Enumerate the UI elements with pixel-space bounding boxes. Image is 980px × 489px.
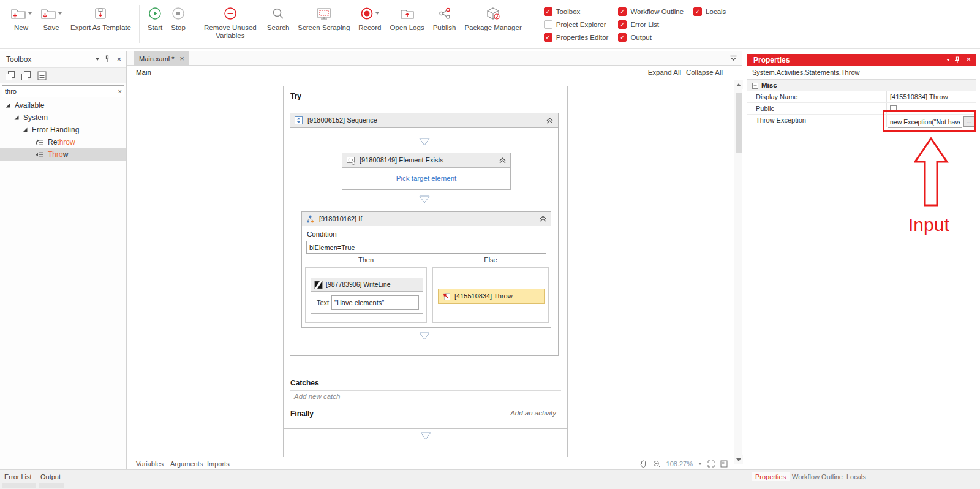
collapse-all-link[interactable]: Collapse All — [686, 69, 723, 76]
writeline-activity[interactable]: [987783906] WriteLine Text — [311, 278, 423, 314]
toolbox-dropdown-icon[interactable] — [96, 58, 99, 61]
element-exists-header[interactable]: [918008149] Element Exists — [342, 153, 510, 168]
tab-main-xaml[interactable]: Main.xaml * — [134, 51, 189, 66]
zoom-level-value[interactable]: 108.27% — [666, 460, 693, 468]
properties-bottom-tab[interactable]: Properties — [752, 472, 790, 481]
tree-node-available[interactable]: Available — [0, 99, 126, 112]
output-checkbox[interactable] — [618, 33, 627, 42]
add-an-activity-link[interactable]: Add an activity — [510, 409, 556, 417]
if-header[interactable]: [918010162] If — [302, 212, 551, 226]
collapse-section-icon[interactable] — [752, 83, 758, 89]
export-as-template-button[interactable]: Export As Template — [66, 4, 135, 33]
throw-title: [415510834] Throw — [454, 292, 513, 300]
toolbox-close-icon[interactable] — [116, 56, 121, 63]
pick-target-element-link[interactable]: Pick target element — [342, 168, 510, 189]
sequence-activity[interactable]: [918006152] Sequence — [290, 113, 559, 356]
pan-hand-icon[interactable] — [639, 460, 647, 468]
add-new-catch-link[interactable]: Add new catch — [294, 393, 340, 400]
writeline-header[interactable]: [987783906] WriteLine — [311, 278, 423, 292]
scroll-down-button[interactable] — [734, 455, 743, 464]
overview-map-icon[interactable] — [720, 460, 728, 468]
scroll-up-button[interactable] — [734, 80, 743, 89]
tab-close-icon[interactable] — [179, 56, 184, 62]
collapse-chevron-icon[interactable] — [540, 216, 546, 222]
zoom-out-icon[interactable] — [653, 460, 661, 468]
condition-input[interactable] — [306, 241, 546, 254]
toolbox-pin-icon[interactable] — [104, 55, 110, 63]
scrollbar-thumb[interactable] — [736, 93, 742, 153]
error-list-tab[interactable]: Error List — [4, 473, 32, 480]
output-tab-body[interactable] — [39, 483, 64, 488]
collapse-chevron-icon[interactable] — [499, 157, 506, 164]
project-explorer-checkbox[interactable] — [544, 20, 552, 29]
expander-icon[interactable] — [23, 127, 28, 132]
publish-button[interactable]: Publish — [429, 4, 461, 33]
list-view-icon[interactable] — [37, 70, 47, 81]
workflow-outline-bottom-tab[interactable]: Workflow Outline — [792, 473, 843, 480]
if-activity[interactable]: [918010162] If Condition Then Else — [301, 211, 551, 328]
tree-node-error-handling[interactable]: Error Handling — [0, 124, 126, 136]
then-branch-container[interactable]: [987783906] WriteLine Text — [305, 267, 427, 323]
stop-button[interactable]: Stop — [167, 4, 190, 33]
save-dropdown-icon[interactable] — [58, 12, 62, 15]
display-name-value[interactable]: [415510834] Throw — [890, 91, 948, 103]
misc-section-row[interactable]: Misc — [747, 80, 976, 91]
screen-scraping-button[interactable]: Screen Scraping — [293, 4, 354, 33]
canvas-vertical-scrollbar[interactable] — [734, 80, 742, 464]
workflow-outline-checkbox[interactable] — [618, 7, 627, 16]
imports-tab[interactable]: Imports — [207, 460, 230, 468]
new-button[interactable]: New — [6, 4, 36, 33]
output-tab[interactable]: Output — [40, 473, 61, 480]
collapse-all-groups-icon[interactable] — [21, 70, 31, 81]
save-button[interactable]: Save — [36, 4, 66, 33]
zoom-dropdown-icon[interactable] — [698, 463, 702, 465]
sequence-header[interactable]: [918006152] Sequence — [290, 113, 558, 128]
toolbox-search-input[interactable] — [2, 85, 124, 97]
properties-editor-checkbox[interactable] — [544, 33, 552, 42]
properties-dropdown-icon[interactable] — [946, 59, 950, 61]
fit-to-screen-icon[interactable] — [707, 460, 715, 468]
record-dropdown-icon[interactable] — [375, 12, 379, 15]
element-exists-activity[interactable]: [918008149] Element Exists Pick target e… — [342, 153, 511, 190]
remove-unused-variables-button[interactable]: Remove Unused Variables — [198, 4, 263, 41]
search-button[interactable]: Search — [263, 4, 293, 33]
search-clear-icon[interactable] — [118, 88, 122, 94]
toggle-workflow-outline[interactable]: Workflow Outline — [618, 7, 684, 16]
tree-item-rethrow[interactable]: Rethrow — [0, 136, 126, 148]
expander-icon[interactable] — [6, 103, 10, 108]
toggle-toolbox[interactable]: Toolbox — [544, 7, 609, 16]
open-logs-button[interactable]: Open Logs — [385, 4, 428, 33]
breadcrumb[interactable]: Main — [136, 69, 151, 76]
throw-activity-node[interactable]: [415510834] Throw — [438, 289, 545, 304]
new-dropdown-icon[interactable] — [28, 12, 32, 15]
toggle-error-list[interactable]: Error List — [618, 20, 684, 29]
tree-node-system[interactable]: System — [0, 112, 126, 124]
tree-item-throw[interactable]: Throw — [0, 148, 126, 161]
error-list-tab-body[interactable] — [2, 483, 36, 488]
toggle-properties-editor[interactable]: Properties Editor — [544, 33, 609, 42]
tab-list-icon[interactable] — [729, 55, 737, 63]
toolbox-checkbox[interactable] — [544, 7, 552, 16]
writeline-text-input[interactable] — [331, 295, 419, 310]
arguments-tab[interactable]: Arguments — [170, 460, 203, 468]
expand-all-link[interactable]: Expand All — [648, 69, 681, 76]
else-branch-container[interactable]: [415510834] Throw — [432, 267, 549, 323]
toggle-project-explorer[interactable]: Project Explorer — [544, 20, 609, 29]
locals-checkbox[interactable] — [693, 7, 702, 16]
error-list-checkbox[interactable] — [618, 20, 627, 29]
publish-label: Publish — [433, 24, 456, 32]
variables-tab[interactable]: Variables — [136, 460, 164, 468]
locals-bottom-tab[interactable]: Locals — [846, 473, 866, 480]
expand-all-groups-icon[interactable] — [5, 70, 15, 81]
toggle-output[interactable]: Output — [618, 33, 684, 42]
package-manager-button[interactable]: Package Manager — [460, 4, 526, 33]
rethrow-label: Rethrow — [48, 138, 75, 146]
toggle-locals[interactable]: Locals — [693, 7, 726, 16]
trycatch-activity[interactable]: Try [918006152] Sequence — [283, 86, 568, 457]
expander-icon[interactable] — [14, 115, 19, 120]
record-button[interactable]: Record — [354, 4, 385, 33]
collapse-chevron-icon[interactable] — [546, 118, 553, 124]
properties-close-icon[interactable] — [966, 56, 971, 63]
properties-pin-icon[interactable] — [954, 56, 960, 64]
start-button[interactable]: Start — [143, 4, 167, 33]
